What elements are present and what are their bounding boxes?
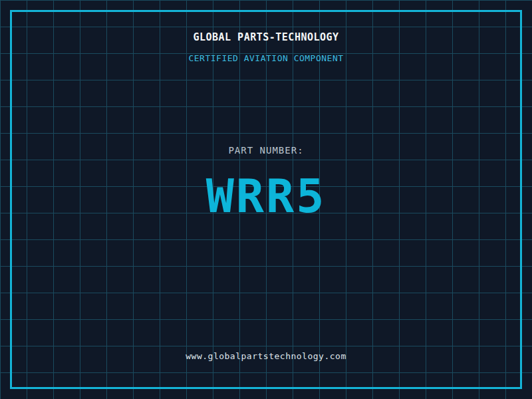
website-url: www.globalpartstechnology.com xyxy=(0,352,532,360)
page-title: GLOBAL PARTS-TECHNOLOGY xyxy=(0,33,532,43)
part-number-label: PART NUMBER: xyxy=(0,146,532,155)
certificate-page: { "theme": { "background": "#0f1827", "g… xyxy=(0,0,532,399)
part-number-value: WRR5 xyxy=(0,173,532,219)
certification-subtitle: CERTIFIED AVIATION COMPONENT xyxy=(0,54,532,63)
